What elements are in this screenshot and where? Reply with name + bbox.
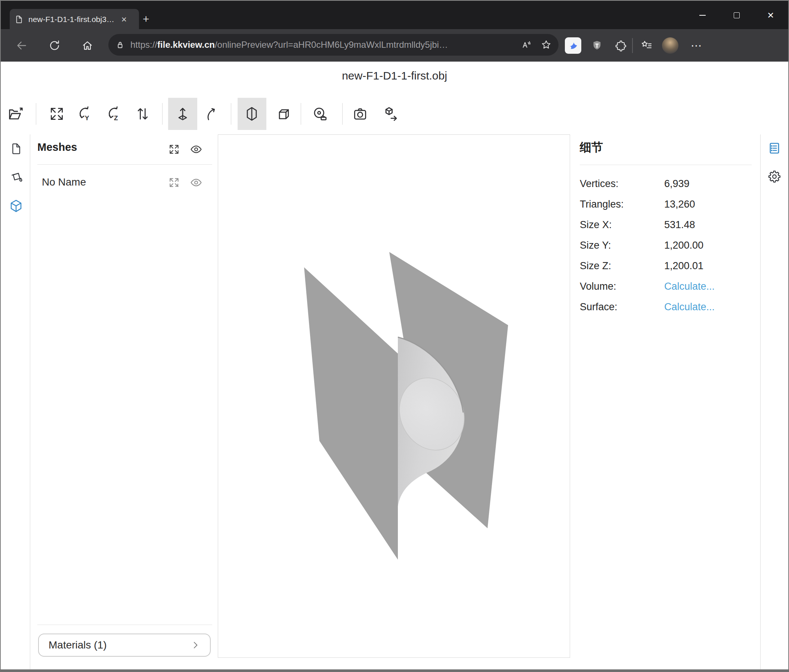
file-panel-button[interactable]	[9, 141, 24, 156]
3d-viewport[interactable]	[218, 134, 570, 658]
toolbar-separator	[632, 38, 633, 53]
toolbar-separator	[162, 103, 163, 125]
window-close-button[interactable]: ✕	[758, 1, 784, 30]
svg-text:Y: Y	[85, 114, 89, 122]
refresh-button[interactable]	[43, 29, 66, 62]
detail-label: Size Y:	[580, 240, 664, 251]
detail-label: Size Z:	[580, 260, 664, 272]
materials-panel-button[interactable]	[9, 170, 24, 185]
export-model-icon	[383, 106, 399, 122]
expand-arrows-icon	[168, 143, 180, 155]
meshes-divider	[37, 164, 212, 165]
meshes-panel-title: Meshes	[37, 141, 77, 153]
home-button[interactable]	[76, 29, 99, 62]
measure-button[interactable]	[310, 104, 330, 124]
extensions-button[interactable]	[610, 29, 632, 62]
maximize-icon	[734, 12, 739, 18]
mesh-item-zoom-button[interactable]	[168, 176, 180, 189]
avatar-photo	[662, 37, 679, 54]
curved-arrow-icon	[203, 106, 220, 122]
detail-row-size-y: Size Y: 1,200.00	[580, 235, 752, 256]
fit-view-button[interactable]	[47, 104, 67, 124]
details-divider	[580, 165, 752, 165]
extension-shield-button[interactable]	[586, 29, 608, 62]
right-strip-divider	[760, 134, 760, 669]
url-scheme: https://	[130, 40, 157, 49]
address-bar[interactable]: https://file.kkview.cn/onlinePreview?url…	[109, 34, 559, 56]
materials-label: Materials (1)	[49, 639, 107, 651]
solid-shading-icon	[244, 106, 260, 122]
detail-value: 13,260	[664, 199, 695, 210]
details-panel-title: 细节	[580, 140, 603, 155]
extension-bird-button[interactable]	[565, 37, 581, 54]
calculate-volume-link[interactable]: Calculate...	[664, 281, 715, 292]
mesh-item-visibility-button[interactable]	[190, 176, 203, 189]
open-file-button[interactable]	[6, 104, 26, 124]
eye-icon	[190, 143, 203, 156]
flip-vertical-button[interactable]	[133, 104, 152, 124]
home-icon	[81, 40, 93, 51]
export-button[interactable]	[381, 104, 401, 124]
detail-value: 531.48	[664, 219, 695, 231]
collections-button[interactable]	[636, 29, 658, 62]
url-text: https://file.kkview.cn/onlinePreview?url…	[130, 40, 500, 50]
3d-model-render	[218, 135, 570, 658]
front-plane	[304, 267, 398, 560]
meshes-visibility-button[interactable]	[190, 143, 203, 156]
browser-window: new-F1-D1-1-first.obj3D预览 ✕ + ✕ https://…	[0, 0, 789, 672]
toolbar-separator	[342, 103, 343, 125]
settings-tab-button[interactable]	[767, 169, 782, 185]
expand-arrows-icon	[168, 177, 180, 188]
detail-row-vertices: Vertices: 6,939	[580, 174, 752, 194]
up-axis-button[interactable]	[173, 104, 192, 124]
materials-divider	[37, 624, 212, 625]
tab-title: new-F1-D1-1-first.obj3D预览	[29, 14, 120, 25]
window-maximize-button[interactable]	[724, 1, 750, 30]
url-domain: file.kkview.cn	[157, 40, 215, 49]
flip-arrows-icon	[134, 106, 151, 122]
meshes-zoom-button[interactable]	[168, 143, 180, 156]
browser-menu-button[interactable]: ⋯	[685, 29, 708, 62]
list-details-icon	[767, 141, 781, 155]
detail-label: Surface:	[580, 301, 664, 313]
eye-icon	[190, 176, 203, 189]
tab-close-icon[interactable]: ✕	[121, 15, 127, 24]
page-favicon-icon	[14, 14, 24, 24]
box-icon	[275, 106, 292, 122]
page-title: new-F1-D1-1-first.obj	[0, 69, 789, 82]
window-minimize-button[interactable]	[689, 1, 716, 30]
detail-row-size-z: Size Z: 1,200.01	[580, 256, 752, 276]
browser-tab[interactable]: new-F1-D1-1-first.obj3D预览 ✕	[10, 9, 139, 30]
screenshot-button[interactable]	[350, 104, 370, 124]
model-panel-button[interactable]	[9, 199, 24, 213]
camera-icon	[352, 106, 368, 122]
toolbar-separator	[231, 103, 231, 125]
back-button[interactable]	[10, 29, 33, 62]
document-icon	[10, 142, 23, 156]
read-aloud-icon[interactable]	[520, 39, 531, 50]
new-tab-button[interactable]: +	[143, 13, 149, 25]
favorite-star-icon[interactable]	[541, 39, 552, 50]
rotate-y-button[interactable]: Y	[75, 104, 94, 124]
wireframe-box-button[interactable]	[274, 104, 293, 124]
browser-toolbar: https://file.kkview.cn/onlinePreview?url…	[0, 29, 789, 62]
detail-row-surface: Surface: Calculate...	[580, 297, 752, 317]
up-axis-icon	[174, 106, 191, 122]
chevron-right-icon	[190, 640, 200, 650]
detail-label: Volume:	[580, 281, 664, 292]
details-tab-button[interactable]	[767, 140, 782, 156]
left-strip-divider	[30, 134, 30, 669]
shading-solid-button[interactable]	[242, 104, 262, 124]
viewer-toolbar: Y Z	[0, 98, 789, 130]
mesh-item-name[interactable]: No Name	[42, 176, 86, 188]
window-border-bottom	[0, 669, 789, 672]
materials-button[interactable]: Materials (1)	[38, 634, 211, 657]
rotate-z-button[interactable]: Z	[104, 104, 124, 124]
gear-icon	[767, 169, 782, 184]
profile-avatar[interactable]	[662, 37, 679, 54]
detail-label: Triangles:	[580, 199, 664, 210]
calculate-surface-link[interactable]: Calculate...	[664, 301, 715, 313]
expand-arrows-icon	[49, 106, 65, 122]
orbit-button[interactable]	[202, 104, 221, 124]
open-file-icon	[7, 105, 24, 123]
